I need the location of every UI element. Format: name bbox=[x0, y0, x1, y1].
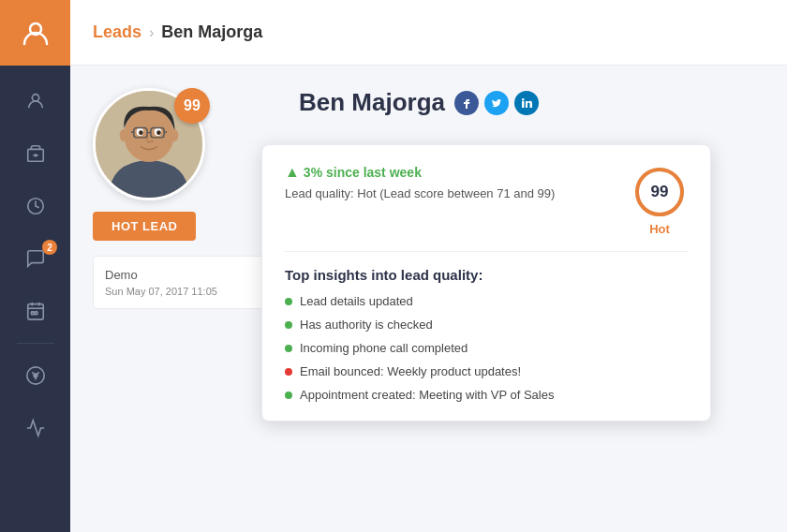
profile-left: 99 HOT LEAD Demo Sun May 07, 2017 11:05 bbox=[93, 88, 280, 318]
lead-quality-popup: ▲ 3% since last week Lead quality: Hot (… bbox=[261, 144, 711, 421]
svg-point-25 bbox=[120, 129, 128, 141]
lq-left-info: ▲ 3% since last week Lead quality: Hot (… bbox=[285, 164, 555, 200]
sidebar-item-companies[interactable] bbox=[0, 127, 70, 180]
main-content: Leads › Ben Majorga bbox=[70, 0, 787, 532]
profile-name-row: Ben Majorga bbox=[299, 88, 765, 117]
twitter-icon[interactable] bbox=[484, 91, 509, 115]
linkedin-icon[interactable] bbox=[514, 91, 539, 115]
breadcrumb-current: Ben Majorga bbox=[161, 22, 262, 42]
svg-line-23 bbox=[131, 132, 134, 133]
svg-rect-10 bbox=[31, 312, 34, 315]
sidebar-item-deals[interactable] bbox=[0, 180, 70, 232]
sidebar-divider bbox=[17, 343, 54, 344]
facebook-icon[interactable] bbox=[454, 91, 479, 115]
dot-icon bbox=[285, 345, 292, 352]
svg-point-1 bbox=[32, 95, 38, 101]
content-area: 99 HOT LEAD Demo Sun May 07, 2017 11:05 … bbox=[70, 66, 787, 532]
card-label: Demo bbox=[105, 268, 268, 282]
sidebar-item-messages[interactable]: 2 bbox=[0, 232, 70, 285]
lq-top-section: ▲ 3% since last week Lead quality: Hot (… bbox=[285, 164, 688, 252]
score-ring: 99 bbox=[631, 164, 688, 220]
breadcrumb-leads[interactable]: Leads bbox=[93, 22, 141, 42]
list-item: Appointment created: Meeting with VP of … bbox=[285, 388, 688, 402]
hot-lead-button[interactable]: HOT LEAD bbox=[93, 212, 196, 241]
dot-icon bbox=[285, 298, 292, 305]
profile-area: 99 HOT LEAD Demo Sun May 07, 2017 11:05 … bbox=[93, 88, 765, 318]
sidebar-item-reports[interactable] bbox=[0, 349, 70, 402]
messages-badge: 2 bbox=[42, 240, 57, 255]
insights-list: Lead details updated Has authority is ch… bbox=[285, 294, 688, 402]
list-item: Lead details updated bbox=[285, 294, 688, 308]
svg-rect-27 bbox=[522, 101, 525, 108]
card-date: Sun May 07, 2017 11:05 bbox=[105, 286, 268, 297]
header: Leads › Ben Majorga bbox=[70, 0, 787, 66]
svg-point-26 bbox=[170, 129, 179, 141]
dot-icon bbox=[285, 392, 292, 399]
sidebar-item-contacts[interactable] bbox=[0, 75, 70, 127]
svg-rect-11 bbox=[35, 312, 37, 315]
breadcrumb-separator: › bbox=[149, 24, 154, 41]
lq-description: Lead quality: Hot (Lead score between 71… bbox=[285, 186, 555, 200]
sidebar-item-analytics[interactable] bbox=[0, 402, 70, 454]
sidebar-item-calendar[interactable] bbox=[0, 285, 70, 337]
lq-score-circle: 99 Hot bbox=[631, 164, 688, 236]
profile-right: Ben Majorga bbox=[299, 88, 765, 318]
sidebar-nav: 2 bbox=[0, 66, 70, 454]
svg-point-18 bbox=[139, 130, 143, 135]
avatar-container: 99 bbox=[93, 88, 205, 200]
svg-point-15 bbox=[124, 109, 173, 162]
list-item: Has authority is checked bbox=[285, 318, 688, 332]
profile-name: Ben Majorga bbox=[299, 88, 445, 117]
lq-percent: ▲ 3% since last week bbox=[285, 164, 555, 181]
breadcrumb: Leads › Ben Majorga bbox=[93, 22, 262, 42]
svg-point-19 bbox=[156, 130, 161, 135]
insights-title: Top insights into lead quality: bbox=[285, 267, 688, 283]
logo-button[interactable] bbox=[0, 0, 70, 66]
list-item: Incoming phone call completed bbox=[285, 341, 688, 355]
up-arrow-icon: ▲ bbox=[285, 164, 300, 181]
demo-card[interactable]: Demo Sun May 07, 2017 11:05 bbox=[93, 256, 280, 309]
score-label: Hot bbox=[649, 222, 670, 236]
svg-point-28 bbox=[522, 98, 525, 101]
dot-icon bbox=[285, 321, 292, 329]
social-icons bbox=[454, 91, 539, 115]
svg-line-24 bbox=[164, 132, 167, 133]
score-ring-value: 99 bbox=[651, 183, 669, 201]
dot-icon bbox=[285, 368, 292, 376]
svg-point-12 bbox=[34, 374, 37, 377]
avatar-score-badge: 99 bbox=[174, 88, 210, 124]
sidebar: 2 bbox=[0, 0, 70, 532]
list-item: Email bounced: Weekly product updates! bbox=[285, 364, 688, 378]
